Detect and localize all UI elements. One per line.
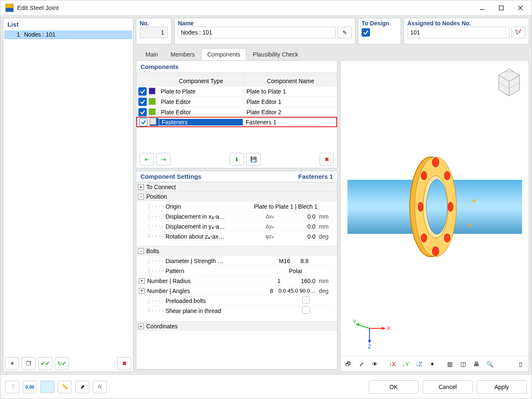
fx-button[interactable]: fx — [93, 381, 107, 393]
ok-button[interactable]: OK — [369, 380, 419, 394]
tab-plausibility[interactable]: Plausibility Check — [246, 48, 305, 60]
expander-icon[interactable]: + — [138, 323, 144, 329]
export-button[interactable]: ⬈ — [75, 381, 89, 393]
print-button[interactable]: 🖶 — [470, 358, 483, 370]
components-header-row: Component Type Component Name — [136, 76, 337, 86]
preloaded-checkbox[interactable] — [302, 296, 310, 304]
view-tool-2[interactable]: ⤢ — [355, 358, 368, 370]
color-button[interactable] — [40, 381, 54, 393]
svg-point-16 — [421, 172, 427, 180]
prop-dx[interactable]: ┊···· Displacement in x₄-a… Δx₄ 0.0 mm — [136, 211, 337, 221]
expander-icon[interactable]: − — [138, 248, 144, 254]
expander-icon[interactable]: + — [139, 288, 145, 294]
new-item-button[interactable]: ✳ — [5, 357, 19, 369]
ruler-button[interactable]: 📏 — [58, 381, 72, 393]
view-y-button[interactable]: ↓Y — [399, 358, 412, 370]
list-item[interactable]: 1 Nodes : 101 — [4, 30, 132, 39]
view-iso-button[interactable]: ✦ — [426, 358, 438, 370]
delete-item-button[interactable]: ✖ — [117, 357, 131, 369]
view-tool-last[interactable]: ▯ — [515, 358, 527, 370]
tab-main[interactable]: Main — [139, 48, 164, 60]
prop-preloaded[interactable]: ┊···· Preloaded bolts — [136, 296, 337, 305]
todesign-checkbox[interactable] — [362, 28, 370, 37]
expander-icon[interactable]: + — [138, 184, 144, 190]
tab-components[interactable]: Components — [201, 48, 246, 60]
list-item-label: Nodes : 101 — [24, 31, 56, 38]
prop-shear[interactable]: └···· Shear plane in thread — [136, 305, 337, 315]
shear-checkbox[interactable] — [302, 306, 310, 314]
delete-component-button[interactable]: ✖ — [320, 153, 334, 165]
row-checkbox[interactable] — [138, 87, 147, 96]
prop-rz[interactable]: └···· Rotation about z₄-ax… φz₄ 0.0 deg — [136, 231, 337, 241]
prop-origin[interactable]: ┊···· Origin Plate to Plate 1 | Blech 1 — [136, 201, 337, 211]
no-label: No. — [140, 20, 168, 27]
prop-number-angles[interactable]: + Number | Angles 8 0.0 45.0 90.0… deg — [136, 286, 337, 296]
view-x-button[interactable]: ↓X — [386, 358, 399, 370]
row-checkbox[interactable] — [139, 118, 148, 126]
svg-point-18 — [421, 234, 427, 242]
name-field[interactable]: Nodes : 101 — [178, 27, 336, 38]
copy-item-button[interactable]: ❐ — [22, 357, 36, 369]
svg-point-13 — [432, 247, 439, 256]
list-item-index: 1 — [7, 31, 20, 38]
th-component-name: Component Name — [244, 76, 337, 86]
svg-point-19 — [444, 234, 450, 242]
svg-point-17 — [444, 172, 450, 180]
maximize-button[interactable] — [492, 1, 511, 15]
units-button[interactable]: 0,00 — [23, 381, 37, 393]
cancel-button[interactable]: Cancel — [423, 380, 473, 394]
svg-marker-27 — [368, 340, 371, 343]
row-color-swatch — [149, 98, 155, 105]
edit-steel-joint-dialog: Edit Steel Joint List 1 Nodes : 101 ✳ — [0, 0, 532, 399]
prop-pattern[interactable]: ┊···· Pattern Polar — [136, 266, 337, 276]
view-z-button[interactable]: ↓Z — [413, 358, 425, 370]
expander-icon[interactable]: − — [138, 194, 144, 200]
close-button[interactable] — [511, 1, 530, 15]
prop-number-radius[interactable]: + Number | Radius 1 160.0 mm — [136, 276, 337, 286]
svg-point-11 — [426, 180, 447, 234]
components-toolbar: ⇤ ⇥ ⬇ 💾 ✖ — [136, 150, 337, 168]
todesign-label: To Design — [362, 20, 397, 27]
save-button[interactable]: 💾 — [246, 153, 261, 165]
group-bolts[interactable]: − Bolts — [136, 246, 337, 256]
move-up-button[interactable]: ⇤ — [140, 153, 154, 165]
svg-text:X: X — [387, 325, 390, 331]
edit-name-button[interactable]: ✎ — [337, 27, 352, 38]
row-checkbox[interactable] — [138, 98, 147, 106]
import-button[interactable]: ⬇ — [230, 153, 244, 165]
row-color-swatch — [149, 88, 155, 94]
component-row[interactable]: Plate Editor Plate Editor 2 — [136, 107, 337, 117]
svg-point-15 — [448, 202, 453, 212]
assigned-field[interactable]: 101 — [407, 27, 510, 38]
settings-component-name: Fasteners 1 — [298, 173, 333, 180]
view-tool-8[interactable]: 🔍 — [483, 358, 496, 370]
no-field: 1 — [140, 27, 168, 38]
group-position[interactable]: − Position — [136, 192, 337, 201]
component-row[interactable]: Plate Editor Plate Editor 1 — [136, 96, 337, 107]
preview-3d-view[interactable]: X Y Z — [340, 61, 529, 356]
component-row-selected[interactable]: Fasteners Fasteners 1 — [136, 117, 337, 127]
tab-members[interactable]: Members — [164, 48, 201, 60]
component-row[interactable]: Plate to Plate Plate to Plate 1 — [136, 86, 337, 96]
move-down-button[interactable]: ⇥ — [156, 153, 170, 165]
view-tool-3[interactable]: 👁 — [369, 358, 381, 370]
check-refresh-button[interactable]: ↻✔ — [55, 357, 69, 369]
pick-nodes-button[interactable] — [511, 27, 525, 38]
assigned-label: Assigned to Nodes No. — [407, 20, 525, 27]
view-tool-1[interactable]: 🗗 — [342, 358, 355, 370]
help-button[interactable]: ❔ — [5, 381, 20, 393]
view-tool-6[interactable]: ◫ — [457, 358, 469, 370]
group-coordinates[interactable]: + Coordinates — [136, 321, 337, 331]
expander-icon[interactable]: + — [139, 278, 145, 284]
view-tool-5[interactable]: ▥ — [443, 358, 456, 370]
prop-dy[interactable]: ┊···· Displacement in y₄-a… Δy₄ 0.0 mm — [136, 221, 337, 231]
prop-diameter[interactable]: ┊···· Diameter | Strength … M16 8.8 — [136, 256, 337, 266]
row-checkbox[interactable] — [138, 108, 147, 116]
check-green-button[interactable]: ✔✔ — [38, 357, 52, 369]
svg-point-12 — [432, 158, 439, 167]
group-to-connect[interactable]: + To Connect — [136, 182, 337, 192]
app-icon — [5, 4, 14, 12]
apply-button[interactable]: Apply — [477, 380, 527, 394]
minimize-button[interactable] — [473, 1, 492, 15]
window-title: Edit Steel Joint — [17, 4, 473, 11]
